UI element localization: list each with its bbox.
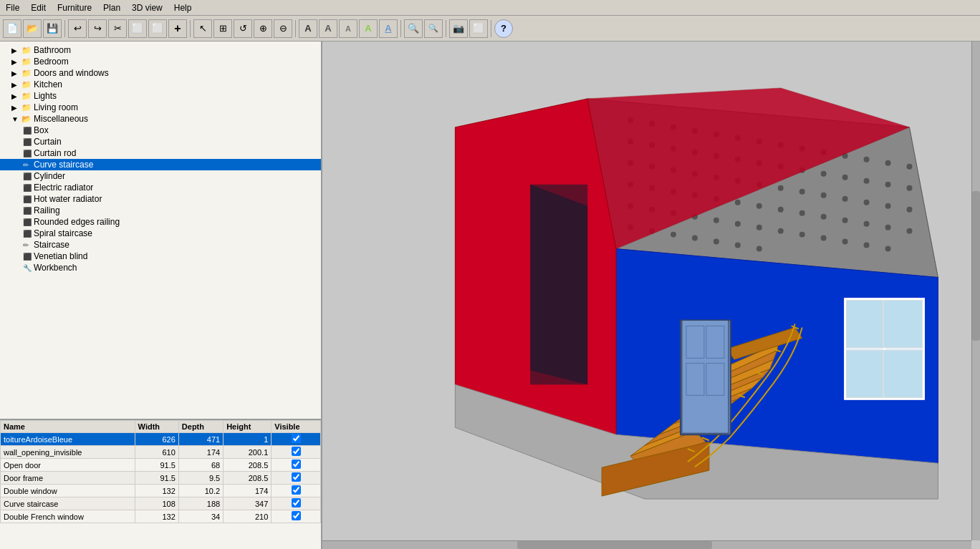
cell-height: 208.5 <box>224 472 272 485</box>
3d-view[interactable]: ▲ ▼ ◄ ► ▼ <box>322 42 980 549</box>
cell-visible[interactable] <box>272 510 321 523</box>
menu-help[interactable]: Help <box>168 1 198 14</box>
zoom-out-button[interactable]: 🔍 <box>424 19 443 38</box>
tree-item-hot-water-radiator[interactable]: ⬛ Hot water radiator <box>0 193 321 205</box>
zoom-in-button[interactable]: 🔍 <box>404 19 423 38</box>
tree-item-workbench[interactable]: 🔧 Workbench <box>0 262 321 273</box>
tree-item-venetian[interactable]: ⬛ Venetian blind <box>0 251 321 262</box>
tree-label-living: Living room <box>34 102 78 112</box>
tree-item-curtain[interactable]: ⬛ Curtain <box>0 136 321 147</box>
cell-depth: 471 <box>178 433 223 446</box>
tree-item-cylinder[interactable]: ⬛ Cylinder <box>0 170 321 182</box>
col-height: Height <box>224 421 272 433</box>
tree-item-bathroom[interactable]: ▶ 📁 Bathroom <box>0 44 321 56</box>
separator-3 <box>295 20 296 37</box>
tree-item-curve-staircase[interactable]: ✏ Curve staircase <box>0 159 321 170</box>
data-table: Name Width Depth Height Visible toitureA… <box>0 420 321 523</box>
cell-width: 91.5 <box>135 459 178 472</box>
cell-name: Open door <box>1 459 135 472</box>
visible-checkbox[interactable] <box>292 485 301 495</box>
tree-item-curtain-rod[interactable]: ⬛ Curtain rod <box>0 147 321 159</box>
visible-checkbox[interactable] <box>292 498 301 507</box>
menu-edit[interactable]: Edit <box>25 1 52 14</box>
svg-point-66 <box>799 232 805 238</box>
menu-3dview[interactable]: 3D view <box>126 1 168 14</box>
svg-point-53 <box>821 214 827 220</box>
text-a5-button[interactable]: A <box>379 19 398 38</box>
table-row[interactable]: Open door91.568208.5 <box>1 459 321 472</box>
help-button[interactable]: ? <box>494 19 513 38</box>
table-row[interactable]: wall_opening_invisible610174200.1 <box>1 446 321 459</box>
copy-button[interactable]: ⬜ <box>128 19 147 38</box>
tree-item-rounded-edges[interactable]: ⬛ Rounded edges railing <box>0 216 321 228</box>
visible-checkbox[interactable] <box>292 447 301 456</box>
visible-checkbox[interactable] <box>292 511 301 520</box>
camera-button[interactable]: 📷 <box>449 19 468 38</box>
cell-visible[interactable] <box>272 459 321 472</box>
paste-button[interactable]: ⬜ <box>148 19 167 38</box>
add-button[interactable]: + <box>168 19 187 38</box>
text-a4-button[interactable]: A <box>359 19 378 38</box>
zoom-out-3d-button[interactable]: ⊖ <box>274 19 292 38</box>
cell-visible[interactable] <box>272 433 321 446</box>
menu-file[interactable]: File <box>0 1 25 14</box>
visible-checkbox[interactable] <box>292 472 301 482</box>
zoom-in-3d-button[interactable]: ⊕ <box>254 19 272 38</box>
save-button[interactable]: 💾 <box>43 19 62 38</box>
tree-item-misc[interactable]: ▼ 📂 Miscellaneous <box>0 113 321 125</box>
tree-label-railing: Railing <box>34 205 60 215</box>
rotate-button[interactable]: ↺ <box>234 19 252 38</box>
cell-height: 200.1 <box>224 446 272 459</box>
table-row[interactable]: Double French window13234210 <box>1 510 321 523</box>
cell-visible[interactable] <box>272 497 321 510</box>
spiral-icon: ⬛ <box>23 230 32 238</box>
tree-label-curtain: Curtain <box>34 137 62 147</box>
separator-5 <box>446 20 446 37</box>
cell-depth: 174 <box>178 446 223 459</box>
text-a1-button[interactable]: A <box>299 19 317 38</box>
cell-visible[interactable] <box>272 472 321 485</box>
folder-icon: 📁 <box>21 92 32 101</box>
table-row[interactable]: Door frame91.59.5208.5 <box>1 472 321 485</box>
visible-checkbox[interactable] <box>292 434 301 443</box>
svg-point-14 <box>885 160 891 166</box>
tree-item-staircase[interactable]: ✏ Staircase <box>0 239 321 251</box>
tree-item-bedroom[interactable]: ▶ 📁 Bedroom <box>0 56 321 67</box>
table-row[interactable]: Double window13210.2174 <box>1 485 321 497</box>
cell-width: 132 <box>135 510 178 523</box>
tree-item-spiral[interactable]: ⬛ Spiral staircase <box>0 228 321 239</box>
menu-furniture[interactable]: Furniture <box>52 1 97 14</box>
tree-item-railing[interactable]: ⬛ Railing <box>0 205 321 216</box>
tree-item-electric-radiator[interactable]: ⬛ Electric radiator <box>0 182 321 193</box>
text-a3-button[interactable]: A <box>339 19 357 38</box>
tree-item-box[interactable]: ⬛ Box <box>0 125 321 136</box>
redo-button[interactable]: ↪ <box>88 19 107 38</box>
cut-button[interactable]: ✂ <box>108 19 127 38</box>
vertical-scrollbar[interactable] <box>971 42 980 540</box>
undo-button[interactable]: ↩ <box>68 19 87 38</box>
menu-plan[interactable]: Plan <box>97 1 126 14</box>
table-row[interactable]: toitureArdoiseBleue6264711 <box>1 433 321 446</box>
new-button[interactable]: 📄 <box>3 19 21 38</box>
cell-visible[interactable] <box>272 485 321 497</box>
tree-label-kitchen: Kitchen <box>34 79 62 89</box>
tree-item-lights[interactable]: ▶ 📁 Lights <box>0 90 321 102</box>
export-button[interactable]: ⬜ <box>469 19 488 38</box>
visible-checkbox[interactable] <box>292 460 301 469</box>
tree-item-living[interactable]: ▶ 📁 Living room <box>0 102 321 113</box>
svg-point-41 <box>864 200 870 205</box>
select2-button[interactable]: ⊞ <box>213 19 232 38</box>
svg-point-39 <box>821 193 827 198</box>
svg-rect-84 <box>884 300 923 347</box>
box-icon: ⬛ <box>23 127 32 135</box>
select-button[interactable]: ↖ <box>193 19 212 38</box>
electric-radiator-icon: ⬛ <box>23 184 32 192</box>
tree-label-rounded-edges: Rounded edges railing <box>34 217 120 227</box>
tree-item-doors[interactable]: ▶ 📁 Doors and windows <box>0 67 321 79</box>
horizontal-scrollbar[interactable] <box>322 540 971 549</box>
table-row[interactable]: Curve staircase108188347 <box>1 497 321 510</box>
open-button[interactable]: 📂 <box>23 19 42 38</box>
text-a2-button[interactable]: A <box>319 19 337 38</box>
tree-item-kitchen[interactable]: ▶ 📁 Kitchen <box>0 79 321 90</box>
cell-visible[interactable] <box>272 446 321 459</box>
